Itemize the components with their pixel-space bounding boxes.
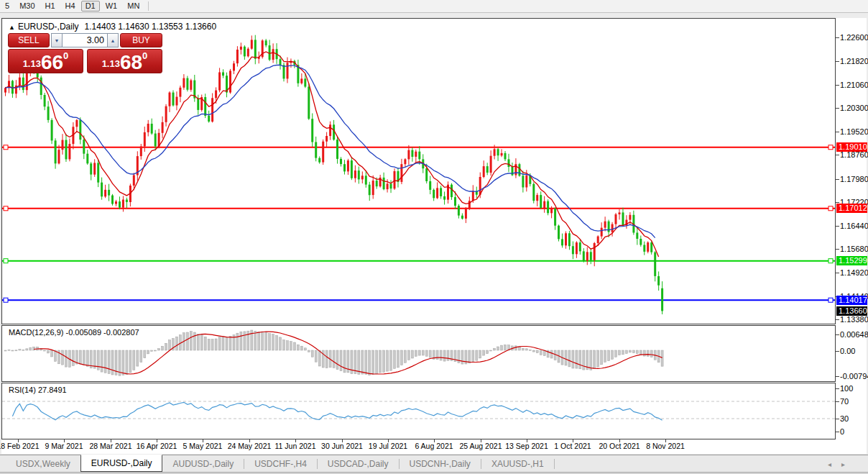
macd-histogram-bar <box>19 350 21 350</box>
tf-button-h1[interactable]: H1 <box>41 1 60 12</box>
price-tick-label: 1.16440 <box>840 222 868 230</box>
macd-histogram-bar <box>154 350 157 351</box>
tab-usdcad-daily[interactable]: USDCAD-,Daily <box>318 455 399 472</box>
macd-histogram-bar <box>22 350 24 350</box>
date-label: 8 Nov 2021 <box>646 442 685 450</box>
macd-histogram-bar <box>304 348 306 350</box>
macd-histogram-bar <box>365 350 367 375</box>
candle-body <box>407 150 410 160</box>
macd-histogram-bar <box>407 350 410 360</box>
hline-handle[interactable] <box>4 259 8 263</box>
macd-histogram-bar <box>536 350 538 353</box>
macd-histogram-bar <box>486 350 489 354</box>
tab-audusd-daily[interactable]: AUDUSD-,Daily <box>162 455 244 472</box>
axis-tick <box>836 155 839 155</box>
macd-tick-label: 0.00 <box>840 347 855 355</box>
hline-handle[interactable] <box>828 298 833 302</box>
hline-handle[interactable] <box>4 206 8 211</box>
candle-body <box>315 142 317 158</box>
price-tick-label: 1.13380 <box>840 315 868 324</box>
tab-usdchf-h4[interactable]: USDCHF-,H4 <box>244 455 317 472</box>
macd-histogram-bar <box>411 350 413 358</box>
buy-button[interactable]: BUY <box>120 33 162 47</box>
date-label: 13 Sep 2021 <box>505 442 548 450</box>
candle-body <box>47 106 50 120</box>
tab-usdcnh-daily[interactable]: USDCNH-,Daily <box>400 455 481 472</box>
candle-body <box>115 201 117 204</box>
rsi-label: RSI(14) 27.8491 <box>9 386 67 394</box>
rsi-tick-label: 30 <box>840 414 849 423</box>
candle-body <box>83 140 85 154</box>
tf-button-h4[interactable]: H4 <box>61 1 80 12</box>
candle-body <box>186 78 188 90</box>
candle-body <box>497 149 499 155</box>
tab-eurusd-daily[interactable]: EURUSD-,Daily <box>80 455 163 472</box>
rsi-canvas[interactable] <box>2 383 835 439</box>
macd-histogram-bar <box>276 335 278 350</box>
macd-histogram-bar <box>483 350 485 355</box>
tf-button-m30[interactable]: M30 <box>15 1 39 12</box>
ask-price[interactable]: 1.13680 <box>87 49 162 73</box>
date-label: 18 Feb 2021 <box>0 442 39 450</box>
volume-decrease-button[interactable]: ▼ <box>51 33 63 47</box>
candle-body <box>615 214 617 224</box>
macd-histogram-bar <box>65 350 68 367</box>
macd-histogram-bar <box>400 350 402 365</box>
axis-tick <box>836 388 839 389</box>
macd-histogram-bar <box>597 350 599 367</box>
hline-handle[interactable] <box>4 145 8 150</box>
macd-histogram-bar <box>222 337 224 351</box>
hline-handle[interactable] <box>828 259 833 263</box>
candle-body <box>400 164 402 182</box>
candle-body <box>576 242 578 254</box>
date-label: 20 Oct 2021 <box>599 442 640 450</box>
bid-price[interactable]: 1.13660 <box>8 49 83 73</box>
macd-histogram-bar <box>540 350 542 355</box>
macd-histogram-bar <box>458 350 460 363</box>
tab-usdx-weekly[interactable]: USDX,Weekly <box>6 455 80 472</box>
hline-handle[interactable] <box>828 206 833 211</box>
tf-button-w1[interactable]: W1 <box>101 1 122 12</box>
tf-button-mn[interactable]: MN <box>123 1 144 12</box>
candle-body <box>622 212 624 225</box>
candle-body <box>472 191 474 201</box>
candle-body <box>104 190 106 196</box>
candle-body <box>394 171 396 188</box>
tab-xauusd-h1[interactable]: XAUUSD-,H1 <box>481 455 554 472</box>
macd-histogram-bar <box>215 339 217 350</box>
macd-histogram-bar <box>300 346 303 350</box>
tab-scroll-right-icon[interactable]: ▸ <box>841 460 845 468</box>
candle-body <box>304 78 306 86</box>
tf-button-5[interactable]: 5 <box>1 1 14 12</box>
volume-increase-button[interactable]: ▲ <box>107 33 119 47</box>
tf-button-d1[interactable]: D1 <box>81 1 100 12</box>
macd-histogram-bar <box>343 350 346 373</box>
macd-histogram-bar <box>218 337 221 350</box>
candle-body <box>154 134 157 147</box>
macd-histogram-bar <box>190 332 192 350</box>
candle-body <box>583 251 585 260</box>
candle-body <box>558 226 560 240</box>
sell-button[interactable]: SELL <box>8 33 50 47</box>
candle-body <box>572 246 574 254</box>
volume-input[interactable] <box>63 33 107 47</box>
date-label: 30 Jun 2021 <box>321 442 363 450</box>
macd-histogram-bar <box>397 350 400 368</box>
candle-body <box>90 163 92 174</box>
moving-average-line <box>6 65 655 238</box>
axis-tick <box>836 37 839 38</box>
candle-body <box>608 222 610 232</box>
axis-tick <box>836 334 839 335</box>
macd-histogram-bar <box>387 350 389 371</box>
collapse-panel-icon[interactable]: ▲ <box>9 24 15 31</box>
hline-handle[interactable] <box>828 145 833 150</box>
macd-histogram-bar <box>472 350 474 362</box>
tab-scroll-left-icon[interactable]: ◂ <box>828 460 831 468</box>
moving-average-line <box>6 52 659 257</box>
axis-tick <box>836 319 839 320</box>
candle-body <box>483 166 485 177</box>
date-label: 25 Aug 2021 <box>460 442 502 450</box>
hline-handle[interactable] <box>4 298 8 302</box>
candle-body <box>222 73 224 76</box>
candle-body <box>336 140 338 159</box>
